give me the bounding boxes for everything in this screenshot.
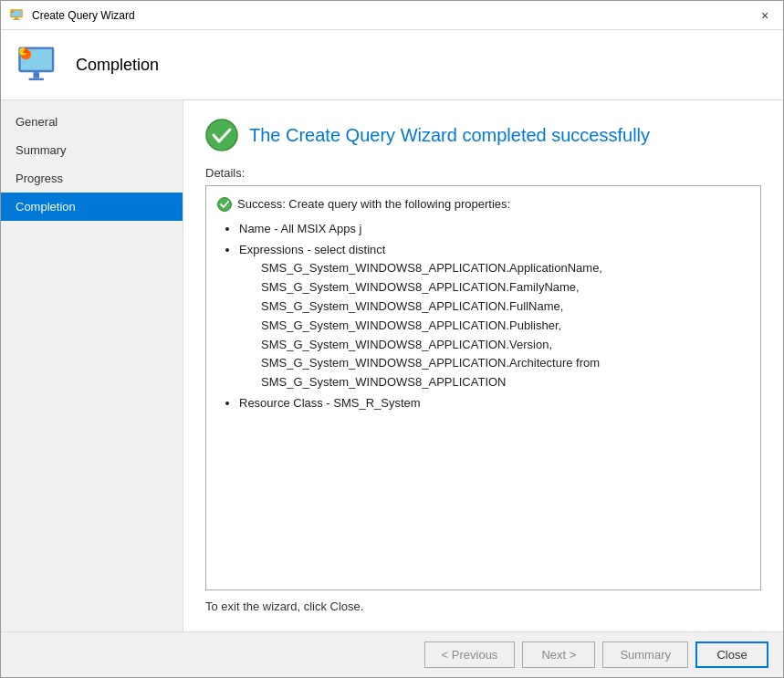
header-area: Completion (1, 30, 783, 100)
dialog-window: Create Query Wizard × Completion General… (0, 0, 784, 678)
success-check-icon (205, 119, 238, 151)
details-list: Name - All MSIX Apps j Expressions - sel… (217, 220, 749, 413)
svg-point-13 (206, 120, 237, 151)
svg-point-14 (218, 198, 232, 212)
expr-line-6: SMS_G_System_WINDOWS8_APPLICATION (261, 375, 507, 389)
expr-line-2: SMS_G_System_WINDOWS8_APPLICATION.FullNa… (261, 299, 563, 313)
details-success-row: Success: Create query with the following… (217, 195, 749, 214)
exit-note: To exit the wizard, click Close. (205, 600, 761, 613)
footer: < Previous Next > Summary Close (1, 631, 783, 677)
sidebar-item-completion[interactable]: Completion (1, 193, 183, 221)
sidebar: General Summary Progress Completion (1, 100, 183, 631)
main-area: General Summary Progress Completion The … (1, 100, 783, 631)
success-banner: The Create Query Wizard completed succes… (205, 119, 761, 151)
expressions-block: SMS_G_System_WINDOWS8_APPLICATION.Applic… (239, 259, 749, 392)
summary-button[interactable]: Summary (602, 641, 688, 668)
sidebar-item-general[interactable]: General (1, 108, 183, 136)
sidebar-item-summary[interactable]: Summary (1, 136, 183, 164)
wizard-icon (8, 7, 25, 24)
window-title: Create Query Wizard (32, 9, 135, 22)
svg-point-5 (10, 9, 12, 11)
details-success-text: Success: Create query with the following… (237, 195, 510, 214)
header-computer-icon (16, 41, 63, 89)
details-label: Details: (205, 166, 761, 180)
expr-line-3: SMS_G_System_WINDOWS8_APPLICATION.Publis… (261, 318, 561, 332)
svg-rect-2 (15, 17, 19, 19)
expr-line-1: SMS_G_System_WINDOWS8_APPLICATION.Family… (261, 280, 580, 294)
title-bar: Create Query Wizard × (1, 1, 783, 30)
expr-line-0: SMS_G_System_WINDOWS8_APPLICATION.Applic… (261, 261, 602, 275)
details-check-icon (217, 197, 232, 212)
header-title: Completion (76, 56, 159, 75)
close-wizard-button[interactable]: Close (695, 641, 768, 668)
content-area: The Create Query Wizard completed succes… (183, 100, 783, 631)
list-item: Name - All MSIX Apps j (239, 220, 749, 239)
svg-rect-3 (13, 18, 20, 19)
svg-rect-9 (29, 78, 44, 80)
details-box: Success: Create query with the following… (205, 185, 761, 590)
expr-line-5: SMS_G_System_WINDOWS8_APPLICATION.Archit… (261, 356, 600, 370)
list-item-resource: Resource Class - SMS_R_System (239, 394, 749, 413)
sidebar-item-progress[interactable]: Progress (1, 164, 183, 193)
success-title: The Create Query Wizard completed succes… (249, 125, 650, 146)
title-bar-left: Create Query Wizard (8, 7, 135, 24)
expr-line-4: SMS_G_System_WINDOWS8_APPLICATION.Versio… (261, 338, 552, 351)
next-button[interactable]: Next > (522, 641, 595, 668)
previous-button[interactable]: < Previous (424, 641, 516, 668)
svg-rect-8 (34, 72, 40, 78)
list-item: Expressions - select distinct SMS_G_Syst… (239, 241, 749, 392)
close-button[interactable]: × (754, 5, 776, 26)
